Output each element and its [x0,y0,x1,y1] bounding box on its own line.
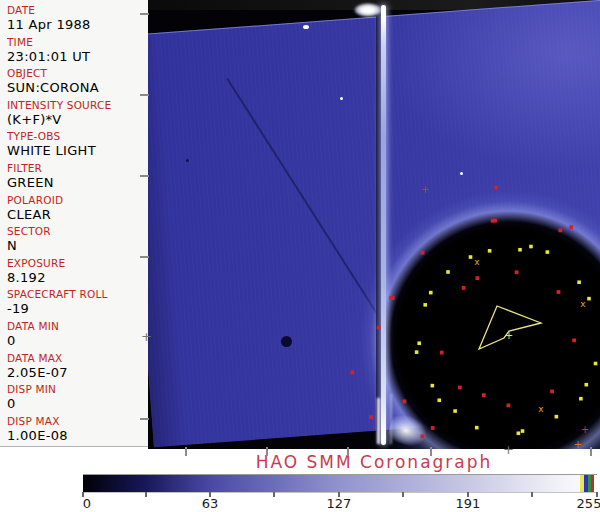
field-label: SECTOR [7,225,148,238]
field-value: 2.05E-07 [7,365,148,380]
ruler-plus-mark: + [503,445,514,455]
metadata-field: DATA MIN 0 [7,320,148,352]
metadata-field: OBJECT SUN:CORONA [7,67,148,99]
colorbar-tick-label: 255 [577,496,600,511]
image-spot [281,336,292,347]
field-label: POLAROID [7,194,148,207]
metadata-field: DATE 11 Apr 1988 [7,4,148,36]
image-spot [303,25,309,29]
field-label: FILTER [7,162,148,175]
field-value: (K+F)*V [7,112,148,127]
image-spot [460,172,463,175]
field-value: 1.00E-08 [7,428,148,443]
field-label: TIME [7,36,148,49]
colorbar-tick-label: 63 [202,496,219,511]
ruler-tick [140,256,149,258]
image-caption: HAO SMM Coronagraph [148,452,600,472]
ruler-tick [266,447,268,456]
field-value: N [7,238,148,253]
field-label: EXPOSURE [7,257,148,270]
metadata-field: SECTOR N [7,225,148,257]
field-value: 0 [7,333,148,348]
metadata-field: DISP MAX 1.00E-08 [7,415,148,447]
ruler-tick [590,447,592,456]
ruler-tick [430,447,432,456]
metadata-field: DATA MAX 2.05E-07 [7,352,148,384]
ruler-tick [140,418,149,420]
metadata-panel: DATE 11 Apr 1988 TIME 23:01:01 UT OBJECT… [0,0,148,447]
colorbar-tick-label: 127 [327,496,352,511]
colorbar-tick [531,492,533,497]
field-label: TYPE-OBS [7,130,148,143]
ruler-tick [347,447,349,456]
colorbar-tick-label: 191 [456,496,481,511]
metadata-field: DISP MIN 0 [7,383,148,415]
metadata-field: INTENSITY SOURCE (K+F)*V [7,99,148,131]
colorbar [83,474,597,493]
field-label: DISP MAX [7,415,148,428]
field-value: -19 [7,301,148,316]
metadata-field: SPACECRAFT ROLL -19 [7,288,148,320]
ruler-tick [185,447,187,456]
field-label: SPACECRAFT ROLL [7,288,148,301]
ruler-tick [140,175,149,177]
field-value: 0 [7,396,148,411]
field-label: INTENSITY SOURCE [7,99,148,112]
metadata-field: TYPE-OBS WHITE LIGHT [7,130,148,162]
ruler-tick [140,94,149,96]
field-value: 23:01:01 UT [7,49,148,64]
metadata-field: TIME 23:01:01 UT [7,36,148,68]
field-label: DISP MIN [7,383,148,396]
field-value: SUN:CORONA [7,80,148,95]
ruler-plus-mark: + [141,332,152,342]
bright-line-top-glow [354,3,382,17]
field-value: 8.192 [7,270,148,285]
field-label: OBJECT [7,67,148,80]
image-spot [340,97,343,100]
field-label: DATE [7,4,148,17]
colorbar-marker-stripe [591,475,594,492]
colorbar-tick [145,492,147,497]
coronagraph-viewer-window: DATE 11 Apr 1988 TIME 23:01:01 UT OBJECT… [0,0,600,512]
metadata-field: EXPOSURE 8.192 [7,257,148,289]
field-value: 11 Apr 1988 [7,17,148,32]
field-value: GREEN [7,175,148,190]
bright-line-bottom-streak [377,398,380,444]
image-viewport: xxx++++ [148,0,600,449]
field-value: CLEAR [7,207,148,222]
metadata-field: FILTER GREEN [7,162,148,194]
colorbar-tick [273,492,275,497]
bright-vertical-line [381,5,386,445]
field-label: DATA MAX [7,352,148,365]
colorbar-tick-label: 0 [83,496,91,511]
colorbar-tick [402,492,404,497]
image-spot [186,159,189,162]
field-value: WHITE LIGHT [7,143,148,158]
metadata-field: POLAROID CLEAR [7,194,148,226]
field-label: DATA MIN [7,320,148,333]
ruler-tick [140,13,149,15]
